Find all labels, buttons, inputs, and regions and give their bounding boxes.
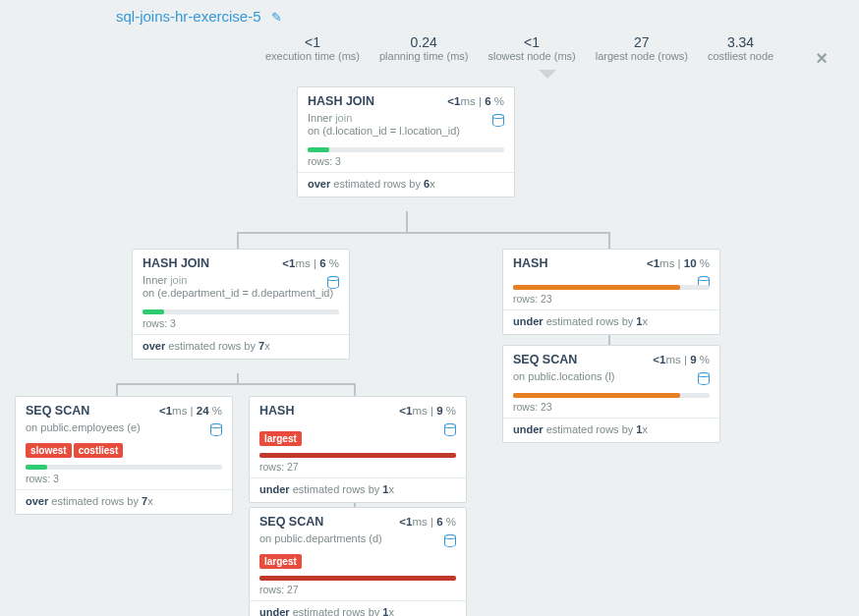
connector (116, 383, 356, 385)
tag-largest: largest (259, 431, 302, 446)
node-meta: <1ms | 10 % (647, 257, 710, 269)
node-meta: <1ms | 6 % (282, 257, 339, 269)
node-meta: <1ms | 9 % (653, 354, 710, 365)
node-name: HASH (513, 256, 547, 270)
node-body: Inner joinon (d.location_id = l.location… (298, 112, 514, 142)
node-body: Inner joinon (e.department_id = d.depart… (133, 274, 349, 305)
connector (237, 232, 239, 250)
node-body: on public.locations (l) (503, 370, 719, 388)
node-meta: <1ms | 24 % (159, 405, 222, 417)
plan-node-hash-join-root[interactable]: HASH JOIN<1ms | 6 % Inner joinon (d.loca… (297, 86, 515, 197)
tag-costliest: costliest (74, 443, 124, 458)
node-meta: <1ms | 9 % (399, 405, 456, 417)
plan-node-seqscan-employees[interactable]: SEQ SCAN<1ms | 24 % on public.employees … (15, 396, 233, 515)
stat-execution-time: <1execution time (ms) (256, 34, 370, 62)
node-tags: slowestcostliest (16, 439, 232, 460)
database-icon[interactable] (210, 423, 222, 436)
title-text: sql-joins-hr-exercise-5 (116, 8, 261, 25)
connector (406, 211, 408, 234)
stat-planning-time: 0.24planning time (ms) (370, 34, 478, 62)
tag-largest: largest (259, 554, 302, 569)
stats-bar: <1execution time (ms) 0.24planning time … (256, 34, 783, 62)
arrow-down-icon (539, 70, 556, 79)
plan-node-hash-join-2[interactable]: HASH JOIN<1ms | 6 % Inner joinon (e.depa… (132, 249, 350, 360)
pencil-icon[interactable]: ✎ (271, 10, 282, 25)
database-icon[interactable] (698, 372, 710, 385)
stat-slowest-node: <1slowest node (ms) (478, 34, 585, 62)
page-title[interactable]: sql-joins-hr-exercise-5 ✎ (0, 0, 859, 32)
plan-node-hash-3[interactable]: HASH<1ms | 10 % rows: 23 under estimated… (502, 249, 720, 335)
node-name: SEQ SCAN (26, 404, 89, 418)
node-body: on public.employees (e) (16, 421, 232, 439)
database-icon[interactable] (492, 114, 504, 127)
connector (354, 383, 356, 397)
database-icon[interactable] (327, 276, 339, 289)
node-body: on public.departments (d) (250, 532, 466, 550)
stat-largest-node: 27largest node (rows) (586, 34, 698, 62)
database-icon[interactable] (444, 423, 456, 436)
connector (608, 232, 610, 250)
node-name: SEQ SCAN (513, 353, 577, 366)
node-name: SEQ SCAN (259, 515, 323, 529)
plan-node-hash-6[interactable]: HASH<1ms | 9 % largest rows: 27 under es… (249, 396, 467, 503)
close-icon[interactable]: × (816, 47, 828, 70)
stat-costliest-node: 3.34costliest node (698, 34, 783, 62)
node-name: HASH (259, 404, 294, 418)
node-tags: largest (250, 427, 466, 448)
node-name: HASH JOIN (143, 256, 209, 270)
node-tags: largest (250, 550, 466, 571)
connector (116, 383, 118, 397)
node-meta: <1ms | 6 % (399, 516, 456, 528)
plan-node-seqscan-departments[interactable]: SEQ SCAN<1ms | 6 % on public.departments… (249, 507, 467, 616)
tag-slowest: slowest (26, 443, 72, 458)
plan-node-seqscan-locations[interactable]: SEQ SCAN<1ms | 9 % on public.locations (… (502, 345, 720, 443)
node-name: HASH JOIN (308, 94, 374, 108)
database-icon[interactable] (444, 534, 456, 547)
connector (237, 232, 610, 234)
node-meta: <1ms | 6 % (447, 95, 504, 107)
